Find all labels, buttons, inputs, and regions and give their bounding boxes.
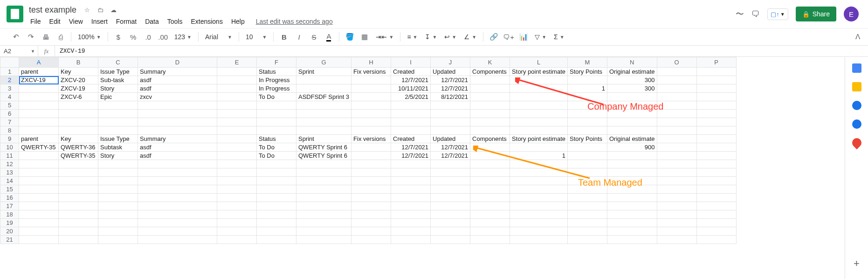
cell-C21[interactable] <box>98 236 138 244</box>
cell-K7[interactable] <box>470 118 510 126</box>
cell-H13[interactable] <box>351 168 391 177</box>
cell-K16[interactable] <box>470 194 510 202</box>
cell-G5[interactable] <box>296 101 351 110</box>
cell-D6[interactable] <box>138 110 217 118</box>
cell-C3[interactable]: Story <box>98 84 138 93</box>
cell-L8[interactable] <box>510 126 568 135</box>
cell-F16[interactable] <box>257 194 296 202</box>
cell-O11[interactable] <box>657 152 696 160</box>
cell-J9[interactable]: Updated <box>431 135 470 143</box>
cell-N4[interactable] <box>607 93 657 101</box>
cell-L2[interactable] <box>510 76 568 84</box>
cell-L20[interactable] <box>510 227 568 236</box>
cell-J10[interactable]: 12/7/2021 <box>431 143 470 152</box>
cell-O13[interactable] <box>657 168 696 177</box>
cell-N18[interactable] <box>607 210 657 219</box>
move-icon[interactable]: 🗀 <box>96 6 104 14</box>
cell-N15[interactable] <box>607 185 657 194</box>
contacts-icon[interactable] <box>852 119 861 129</box>
cell-P17[interactable] <box>696 202 736 210</box>
cell-E2[interactable] <box>217 76 257 84</box>
cell-J11[interactable]: 12/7/2021 <box>431 152 470 160</box>
cell-P21[interactable] <box>696 236 736 244</box>
cell-C20[interactable] <box>98 227 138 236</box>
cell-H10[interactable] <box>351 143 391 152</box>
cell-F3[interactable]: In Progress <box>257 84 296 93</box>
cell-H4[interactable] <box>351 93 391 101</box>
row-header-8[interactable]: 8 <box>0 126 19 135</box>
cell-J12[interactable] <box>431 160 470 168</box>
cell-E16[interactable] <box>217 194 257 202</box>
cell-L21[interactable] <box>510 236 568 244</box>
cell-G2[interactable] <box>296 76 351 84</box>
cell-A10[interactable]: QWERTY-35 <box>19 143 59 152</box>
cell-H3[interactable] <box>351 84 391 93</box>
cell-K12[interactable] <box>470 160 510 168</box>
row-header-5[interactable]: 5 <box>0 101 19 110</box>
cell-P16[interactable] <box>696 194 736 202</box>
cell-H5[interactable] <box>351 101 391 110</box>
cell-O9[interactable] <box>657 135 696 143</box>
cell-F13[interactable] <box>257 168 296 177</box>
paint-format-button[interactable]: ⎙ <box>54 30 67 43</box>
cell-O4[interactable] <box>657 93 696 101</box>
cell-M12[interactable] <box>567 160 607 168</box>
cell-C16[interactable] <box>98 194 138 202</box>
cell-B17[interactable] <box>59 202 98 210</box>
row-header-6[interactable]: 6 <box>0 110 19 118</box>
cell-I6[interactable] <box>391 110 431 118</box>
star-icon[interactable]: ☆ <box>83 6 91 14</box>
cell-A21[interactable] <box>19 236 59 244</box>
borders-button[interactable]: ▦ <box>358 30 371 43</box>
insert-chart-button[interactable]: 📊 <box>517 30 530 43</box>
cell-N20[interactable] <box>607 227 657 236</box>
cell-B21[interactable] <box>59 236 98 244</box>
cell-I2[interactable]: 12/7/2021 <box>391 76 431 84</box>
col-header-O[interactable]: O <box>657 57 696 68</box>
cell-F7[interactable] <box>257 118 296 126</box>
cell-I7[interactable] <box>391 118 431 126</box>
cloud-icon[interactable]: ☁ <box>109 6 117 14</box>
format-currency-button[interactable]: $ <box>112 30 125 43</box>
cell-P20[interactable] <box>696 227 736 236</box>
cell-O20[interactable] <box>657 227 696 236</box>
format-percent-button[interactable]: % <box>127 30 140 43</box>
cell-L5[interactable] <box>510 101 568 110</box>
cell-F14[interactable] <box>257 177 296 185</box>
cell-E7[interactable] <box>217 118 257 126</box>
cell-L9[interactable]: Story point estimate <box>510 135 568 143</box>
cell-B3[interactable]: ZXCV-19 <box>59 84 98 93</box>
cell-M16[interactable] <box>567 194 607 202</box>
cell-A14[interactable] <box>19 177 59 185</box>
cell-J3[interactable]: 12/7/2021 <box>431 84 470 93</box>
cell-B18[interactable] <box>59 210 98 219</box>
cell-K8[interactable] <box>470 126 510 135</box>
cell-P13[interactable] <box>696 168 736 177</box>
cell-B10[interactable]: QWERTY-36 <box>59 143 98 152</box>
cell-O3[interactable] <box>657 84 696 93</box>
cell-H1[interactable]: Fix versions <box>351 68 391 76</box>
formula-input[interactable]: ZXCV-19 <box>55 48 868 55</box>
text-rotate-dropdown[interactable]: ∠▼ <box>461 30 479 43</box>
cell-O17[interactable] <box>657 202 696 210</box>
calendar-icon[interactable] <box>852 63 861 73</box>
cell-E13[interactable] <box>217 168 257 177</box>
font-family-dropdown[interactable]: Arial▼ <box>202 30 235 43</box>
cell-N12[interactable] <box>607 160 657 168</box>
col-header-F[interactable]: F <box>257 57 296 68</box>
cell-P12[interactable] <box>696 160 736 168</box>
cell-C9[interactable]: Issue Type <box>98 135 138 143</box>
cell-I1[interactable]: Created <box>391 68 431 76</box>
cell-O6[interactable] <box>657 110 696 118</box>
cell-M11[interactable] <box>567 152 607 160</box>
cell-A17[interactable] <box>19 202 59 210</box>
cell-H20[interactable] <box>351 227 391 236</box>
cell-K13[interactable] <box>470 168 510 177</box>
cell-J15[interactable] <box>431 185 470 194</box>
row-header-3[interactable]: 3 <box>0 84 19 93</box>
cell-D8[interactable] <box>138 126 217 135</box>
trend-icon[interactable]: 〜 <box>736 8 744 20</box>
cell-O7[interactable] <box>657 118 696 126</box>
cell-L17[interactable] <box>510 202 568 210</box>
cell-B12[interactable] <box>59 160 98 168</box>
